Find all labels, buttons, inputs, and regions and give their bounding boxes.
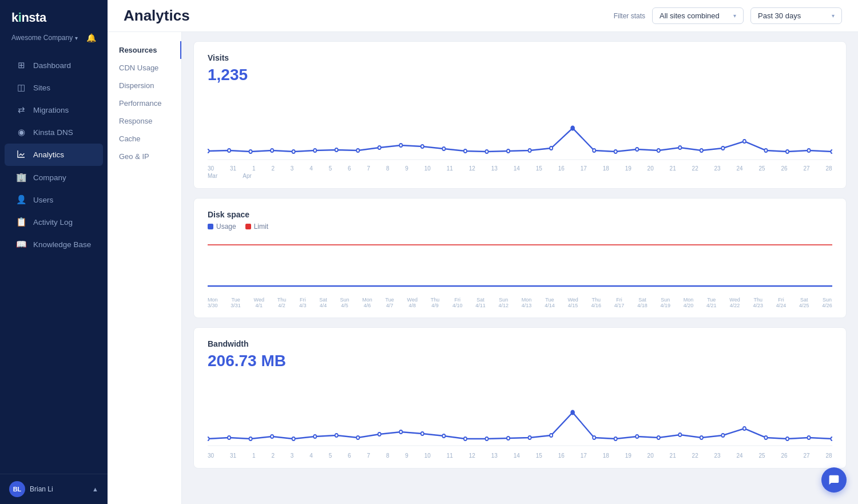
x-label-date: 23 <box>714 453 721 459</box>
page-title: Analytics <box>124 7 190 25</box>
user-info[interactable]: BL Brian Li <box>9 481 53 497</box>
x-label-weekday: Wed4/1 <box>254 297 264 308</box>
svg-point-18 <box>571 126 574 130</box>
x-label-weekday: Wed4/15 <box>567 297 578 308</box>
sub-nav-cdn-usage[interactable]: CDN Usage <box>108 59 181 77</box>
x-label-date: 7 <box>367 165 371 172</box>
sidebar-item-label: Kinsta DNS <box>33 128 73 137</box>
sub-nav-performance[interactable]: Performance <box>108 94 181 112</box>
x-label-date: 27 <box>804 453 810 459</box>
x-label-date: 25 <box>759 453 765 459</box>
x-label-date: 8 <box>386 165 390 172</box>
knowledge-base-icon: 📖 <box>16 239 26 249</box>
x-label-date: 6 <box>348 165 351 172</box>
sidebar-item-label: Activity Log <box>33 218 73 227</box>
svg-point-1 <box>208 149 209 153</box>
expand-icon[interactable]: ▲ <box>92 486 98 493</box>
sub-nav-cache[interactable]: Cache <box>108 130 181 148</box>
svg-point-2 <box>228 149 231 152</box>
svg-point-17 <box>550 146 553 150</box>
svg-point-5 <box>292 150 295 153</box>
sub-nav-response[interactable]: Response <box>108 112 181 130</box>
sidebar-item-label: Users <box>33 196 53 204</box>
svg-point-12 <box>442 147 445 150</box>
x-label-date: 28 <box>825 165 832 172</box>
svg-point-61 <box>807 436 810 439</box>
x-label-weekday: Tue4/7 <box>386 297 394 308</box>
x-label-weekday: Sat4/25 <box>799 297 809 308</box>
bandwidth-value: 206.73 MB <box>208 352 832 370</box>
sidebar-item-sites[interactable]: ◫ Sites <box>5 77 103 98</box>
sidebar-item-dashboard[interactable]: ⊞ Dashboard <box>5 54 103 76</box>
svg-point-19 <box>593 149 595 152</box>
sidebar-item-activity-log[interactable]: 📋 Activity Log <box>5 211 103 233</box>
chevron-down-icon: ▾ <box>832 13 835 19</box>
chat-button[interactable] <box>821 467 847 493</box>
x-label-weekday: Wed4/8 <box>407 297 418 308</box>
svg-point-43 <box>421 432 424 435</box>
x-label-date: 24 <box>737 453 743 459</box>
x-label-date: 3 <box>291 453 294 459</box>
filter-label: Filter stats <box>614 12 645 20</box>
svg-point-25 <box>721 146 724 150</box>
x-label-weekday: Thu4/9 <box>431 297 440 308</box>
x-label-date: 18 <box>603 165 609 172</box>
sidebar-item-users[interactable]: 👤 Users <box>5 189 103 211</box>
sidebar-item-migrations[interactable]: ⇄ Migrations <box>5 99 103 121</box>
company-selector[interactable]: Awesome Company ▾ <box>11 34 78 42</box>
usage-legend-dot <box>208 224 213 229</box>
x-label-date: 18 <box>603 453 609 459</box>
sidebar-item-label: Dashboard <box>33 61 71 70</box>
visits-chart <box>208 91 832 165</box>
svg-point-41 <box>378 432 381 436</box>
x-label-date: 10 <box>424 453 431 459</box>
svg-point-57 <box>721 434 724 437</box>
svg-point-54 <box>657 436 660 439</box>
x-label-weekday: Sun4/5 <box>340 297 349 308</box>
sub-nav-geo-ip[interactable]: Geo & IP <box>108 148 181 165</box>
x-label-weekday: Sun4/19 <box>660 297 670 308</box>
dns-icon: ◉ <box>16 127 26 137</box>
svg-point-34 <box>228 436 231 439</box>
top-header: Analytics Filter stats All sites combine… <box>108 0 858 32</box>
x-label-weekday: Mon4/20 <box>684 297 694 308</box>
svg-point-27 <box>764 149 767 152</box>
x-label-date: 1 <box>252 453 256 459</box>
site-filter-dropdown[interactable]: All sites combined ▾ <box>652 7 744 24</box>
time-filter-dropdown[interactable]: Past 30 days ▾ <box>750 7 842 24</box>
x-label-date: 21 <box>670 453 676 459</box>
limit-legend-dot <box>245 224 251 229</box>
sidebar-item-kinsta-dns[interactable]: ◉ Kinsta DNS <box>5 121 103 143</box>
x-label-weekday: Mon4/6 <box>362 297 372 308</box>
notification-bell-icon[interactable]: 🔔 <box>86 33 96 42</box>
svg-point-3 <box>249 150 252 153</box>
sidebar-item-analytics[interactable]: Analytics <box>5 144 103 166</box>
svg-point-6 <box>313 149 316 152</box>
svg-point-51 <box>593 436 595 439</box>
sub-nav-dispersion[interactable]: Dispersion <box>108 77 181 94</box>
company-row: Awesome Company ▾ 🔔 <box>0 31 108 51</box>
sub-nav-resources[interactable]: Resources <box>108 41 181 59</box>
x-label-weekday: Tue4/14 <box>545 297 555 308</box>
sidebar-item-company[interactable]: 🏢 Company <box>5 166 103 188</box>
sidebar-item-label: Migrations <box>33 106 69 114</box>
x-label-date: 24 <box>737 165 743 172</box>
disk-space-legend: Usage Limit <box>208 223 832 231</box>
svg-point-39 <box>335 434 338 437</box>
x-label-weekday: Sat4/4 <box>319 297 327 308</box>
x-label-weekday: Sun4/26 <box>822 297 832 308</box>
x-label-date: 12 <box>469 165 475 172</box>
x-label-date: 6 <box>348 453 351 459</box>
svg-point-4 <box>271 149 273 152</box>
x-month-label: Mar <box>208 173 217 179</box>
x-label-weekday: Fri4/3 <box>299 297 307 308</box>
chevron-down-icon: ▾ <box>75 35 78 41</box>
x-label-date: 30 <box>208 165 214 172</box>
svg-point-16 <box>529 149 531 152</box>
x-label-date: 26 <box>781 165 788 172</box>
x-label-weekday: Sun4/12 <box>499 297 509 308</box>
x-month-label: Apr <box>243 173 252 179</box>
sidebar-item-knowledge-base[interactable]: 📖 Knowledge Base <box>5 233 103 255</box>
x-label-weekday: Sat4/11 <box>475 297 486 308</box>
svg-point-55 <box>678 433 681 436</box>
